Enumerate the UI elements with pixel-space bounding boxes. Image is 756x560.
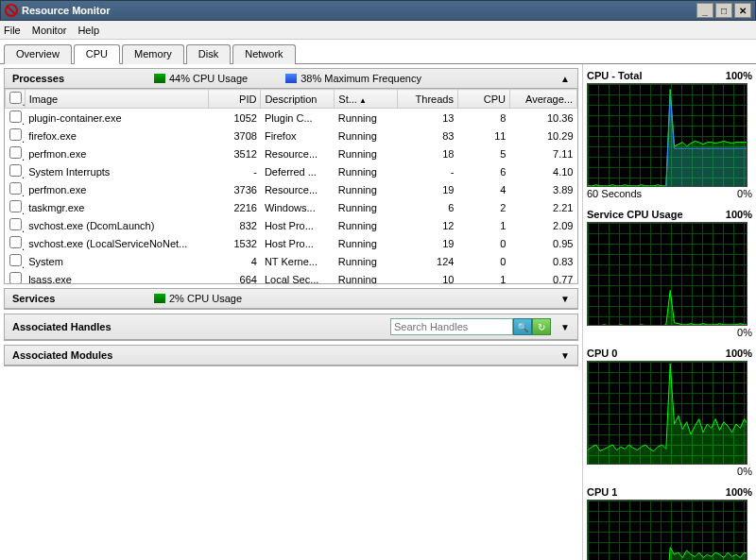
close-button[interactable]: ✕ — [734, 3, 751, 18]
minimize-button[interactable]: _ — [696, 3, 713, 18]
table-row[interactable]: lsass.exe 664 Local Sec... Running 10 1 … — [6, 270, 577, 283]
services-header[interactable]: Services 2% CPU Usage ▼ — [5, 289, 577, 309]
cell-description: Host Pro... — [261, 216, 335, 234]
col-pid[interactable]: PID — [209, 90, 261, 109]
table-row[interactable]: System 4 NT Kerne... Running 124 0 0.83 — [6, 252, 577, 270]
chart-title: CPU 0 — [587, 348, 617, 359]
cell-pid: 3708 — [209, 127, 261, 144]
cell-threads: 18 — [397, 144, 457, 162]
menu-monitor[interactable]: Monitor — [32, 25, 67, 36]
cell-average: 0.95 — [509, 234, 576, 252]
table-row[interactable]: plugin-container.exe 1052 Plugin C... Ru… — [6, 109, 577, 127]
row-checkbox[interactable] — [9, 164, 22, 177]
row-checkbox[interactable] — [9, 254, 22, 266]
table-row[interactable]: svchost.exe (LocalServiceNoNet... 1532 H… — [6, 234, 577, 252]
tab-memory[interactable]: Memory — [122, 44, 184, 64]
cell-pid: 2216 — [209, 198, 261, 216]
select-all-checkbox[interactable] — [9, 92, 22, 104]
col-status[interactable]: St...▲ — [335, 90, 397, 109]
titlebar[interactable]: Resource Monitor _ □ ✕ — [0, 0, 756, 21]
modules-title: Associated Modules — [12, 349, 154, 361]
menu-file[interactable]: File — [4, 25, 21, 36]
col-threads[interactable]: Threads — [397, 90, 457, 109]
cell-status: Running — [335, 252, 397, 270]
table-row[interactable]: System Interrupts - Deferred ... Running… — [6, 162, 577, 180]
chart-max: 100% — [726, 70, 752, 81]
table-row[interactable]: svchost.exe (DcomLaunch) 832 Host Pro...… — [6, 216, 577, 234]
tab-network[interactable]: Network — [232, 44, 295, 64]
chart-xlabel: 60 Seconds — [587, 188, 642, 199]
col-description[interactable]: Description — [261, 90, 335, 109]
left-pane: Processes 44% CPU Usage 38% Maximum Freq… — [0, 64, 582, 560]
tab-overview[interactable]: Overview — [4, 44, 72, 64]
maximize-button[interactable]: □ — [715, 3, 732, 18]
cell-average: 2.21 — [509, 198, 576, 216]
menu-help[interactable]: Help — [77, 25, 99, 36]
chart-max: 100% — [726, 486, 752, 498]
cell-threads: 12 — [397, 216, 457, 234]
col-average[interactable]: Average... — [509, 90, 576, 109]
tabs: Overview CPU Memory Disk Network — [0, 40, 756, 64]
cell-average: 2.09 — [509, 216, 576, 234]
charts-pane[interactable]: CPU - Total100% 60 Seconds0% Service CPU… — [582, 64, 756, 560]
processes-table: Image PID Description St...▲ Threads CPU… — [5, 89, 577, 283]
cell-description: Local Sec... — [261, 270, 335, 283]
processes-header[interactable]: Processes 44% CPU Usage 38% Maximum Freq… — [5, 69, 577, 89]
col-image[interactable]: Image — [25, 90, 209, 109]
handles-title: Associated Handles — [12, 321, 112, 332]
sort-arrow-icon: ▲ — [359, 96, 367, 105]
col-cpu[interactable]: CPU — [457, 90, 509, 109]
cell-status: Running — [335, 216, 397, 234]
cell-description: Resource... — [261, 144, 335, 162]
row-checkbox[interactable] — [9, 218, 22, 230]
search-button[interactable]: 🔍 — [513, 318, 532, 335]
cell-cpu: 11 — [457, 127, 509, 144]
row-checkbox[interactable] — [9, 110, 22, 123]
cell-threads: 19 — [397, 180, 457, 198]
processes-title: Processes — [12, 73, 154, 84]
app-icon — [5, 4, 18, 17]
cell-status: Running — [335, 109, 397, 127]
cell-average: 10.36 — [509, 109, 576, 127]
cell-description: Resource... — [261, 180, 335, 198]
row-checkbox[interactable] — [9, 128, 22, 141]
search-handles-input[interactable] — [390, 318, 513, 335]
cell-cpu: 1 — [457, 270, 509, 283]
table-row[interactable]: firefox.exe 3708 Firefox Running 83 11 1… — [6, 127, 577, 144]
chart-canvas-cpu0 — [587, 361, 747, 465]
row-checkbox[interactable] — [9, 200, 22, 212]
cell-image: firefox.exe — [25, 127, 209, 144]
cell-status: Running — [335, 127, 397, 144]
tab-cpu[interactable]: CPU — [74, 44, 120, 64]
table-row[interactable]: taskmgr.exe 2216 Windows... Running 6 2 … — [6, 198, 577, 216]
processes-table-wrap: Image PID Description St...▲ Threads CPU… — [5, 89, 577, 283]
chart-cpu-total: CPU - Total100% 60 Seconds0% — [587, 68, 752, 201]
services-cpu-label: 2% CPU Usage — [169, 293, 242, 304]
cell-average: 10.29 — [509, 127, 576, 144]
chart-cpu1: CPU 1100% — [587, 484, 752, 560]
expand-icon: ▼ — [560, 322, 570, 332]
cell-image: taskmgr.exe — [25, 198, 209, 216]
cell-image: plugin-container.exe — [25, 109, 209, 127]
tab-disk[interactable]: Disk — [186, 44, 231, 64]
row-checkbox[interactable] — [9, 236, 22, 248]
table-row[interactable]: perfmon.exe 3736 Resource... Running 19 … — [6, 180, 577, 198]
cell-cpu: 0 — [457, 234, 509, 252]
row-checkbox[interactable] — [9, 182, 22, 195]
cell-cpu: 1 — [457, 216, 509, 234]
col-checkbox[interactable] — [6, 90, 26, 109]
cell-description: Windows... — [261, 198, 335, 216]
modules-header[interactable]: Associated Modules ▼ — [5, 346, 577, 365]
cell-description: Deferred ... — [261, 162, 335, 180]
cell-image: svchost.exe (DcomLaunch) — [25, 216, 209, 234]
handles-header[interactable]: Associated Handles 🔍 ↻ ▼ — [5, 314, 577, 340]
row-checkbox[interactable] — [9, 272, 22, 283]
cell-threads: 13 — [397, 109, 457, 127]
cell-average: 0.83 — [509, 252, 576, 270]
row-checkbox[interactable] — [9, 146, 22, 159]
chart-service-cpu: Service CPU Usage100% 0% — [587, 207, 752, 340]
cell-image: System Interrupts — [25, 162, 209, 180]
table-row[interactable]: perfmon.exe 3512 Resource... Running 18 … — [6, 144, 577, 162]
refresh-button[interactable]: ↻ — [532, 318, 551, 335]
chart-title: CPU 1 — [587, 486, 617, 498]
